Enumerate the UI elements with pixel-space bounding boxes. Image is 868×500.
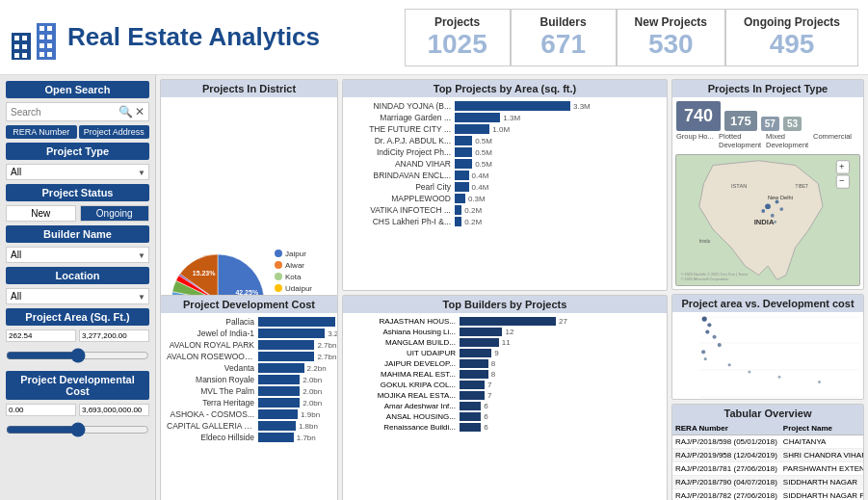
tabular-inner: RERA Number Project Name RAJ/P/2018/598 … (672, 422, 863, 500)
svg-rect-3 (22, 36, 27, 40)
builder-label: MOJIKA REAL ESTA... (349, 391, 460, 400)
type-box-1: 175 (724, 111, 757, 131)
bar-value: 0.5M (475, 137, 492, 145)
project-type-select-wrap: All (6, 164, 149, 180)
bar-wrap: 2.2bn (258, 363, 331, 373)
bar-label: Marriage Garden ... (349, 113, 455, 122)
table-row: RAJ/P/2018/790 (04/07/2018) SIDDHARTH NA… (672, 476, 863, 489)
type-label-2: Mixed Development (766, 132, 809, 149)
bar-row: Eldeco Hillside1.7bn (167, 433, 331, 442)
bar (455, 182, 469, 192)
svg-rect-14 (39, 52, 44, 57)
builder-label: Renaissance Buildi... (349, 423, 460, 432)
stat-builders-label: Builders (529, 15, 598, 29)
bar-row: Pearl City0.4M (349, 182, 661, 192)
project-area-label: Project Area (Sq. Ft.) (6, 308, 149, 326)
builder-value: 12 (502, 328, 513, 336)
bar-value: 2.7bn (317, 353, 336, 361)
bar-row: AVALON ROYAL PARK2.7bn (167, 340, 331, 350)
bar-wrap: 0.4M (455, 171, 661, 180)
table-row: RAJ/P/2018/598 (05/01/2018) CHAITANYA AB… (672, 435, 863, 449)
search-icon[interactable]: 🔍 (118, 105, 133, 118)
location-select[interactable]: All (6, 288, 149, 304)
builder-bar-row: MAHIMA REAL EST...8 (349, 370, 661, 379)
bar-label: CHS Lakheri Ph-I &... (349, 217, 455, 226)
tab-rera-number[interactable]: RERA Number (6, 125, 77, 139)
bar-label: VATIKA INFOTECH ... (349, 205, 455, 215)
svg-rect-10 (39, 35, 44, 39)
project-type-title: Projects In Project Type (672, 80, 863, 97)
bar-label: Pearl City (349, 182, 455, 192)
type-labels-row: Group Ho... Plotted Development Mixed De… (672, 131, 863, 151)
status-ongoing-btn[interactable]: Ongoing (80, 205, 150, 222)
rera-cell: RAJ/P/2018/790 (04/07/2018) (672, 476, 780, 489)
svg-rect-8 (39, 26, 44, 31)
bar-value: 2.0bn (302, 387, 322, 396)
open-search-label: Open Search (6, 81, 149, 98)
rera-cell: RAJ/P/2018/598 (05/01/2018) (672, 435, 780, 449)
stat-builders: Builders 671 (511, 9, 617, 66)
project-type-select[interactable]: All (6, 164, 149, 180)
svg-text:hindu: hindu (699, 239, 711, 244)
bar-row: Pallacia3.7bn (167, 317, 331, 327)
bar-label: MVL The Palm (167, 386, 258, 396)
close-icon[interactable]: ✕ (135, 105, 145, 118)
col-project: Project Name (780, 422, 863, 435)
table-row: RAJ/P/2018/782 (27/06/2018) SIDDHARTH NA… (672, 489, 863, 501)
bar (258, 340, 314, 350)
bar-value: 1.3M (503, 114, 520, 122)
bar-wrap: 0.2M (455, 217, 661, 226)
top-builders-panel: Top Builders by Projects RAJASTHAN HOUS.… (342, 295, 668, 500)
project-status-label: Project Status (6, 184, 149, 201)
svg-text:TIBET: TIBET (796, 184, 809, 189)
bar-row: VATIKA INFOTECH ...0.2M (349, 205, 661, 215)
cost-min-input[interactable] (6, 404, 76, 416)
status-new-btn[interactable]: New (6, 205, 76, 222)
search-input[interactable] (11, 107, 118, 118)
builder-label: UIT UDAIPUR (349, 349, 460, 357)
dev-cost-panel: Project Development Cost Pallacia3.7bnJe… (160, 295, 338, 500)
bar (455, 217, 461, 226)
stat-projects-value: 1025 (423, 29, 492, 60)
builder-name-label: Builder Name (6, 225, 149, 243)
type-box-3: 53 (783, 117, 802, 131)
builder-name-select[interactable]: All (6, 247, 149, 263)
table-body: RAJ/P/2018/598 (05/01/2018) CHAITANYA AB… (672, 435, 863, 501)
tab-project-address[interactable]: Project Address (79, 125, 150, 139)
bar-wrap: 1.0M (455, 124, 661, 134)
bar (455, 124, 489, 134)
type-box-0: 740 (676, 101, 721, 131)
svg-rect-12 (39, 43, 44, 48)
data-table: RERA Number Project Name RAJ/P/2018/598 … (672, 422, 863, 500)
builder-bar (460, 317, 556, 326)
bar-row: NINDAD YOJNA (B...3.3M (349, 101, 661, 111)
cost-slider[interactable] (6, 422, 149, 437)
area-slider[interactable] (6, 348, 149, 363)
bar-row: CHS Lakheri Ph-I &...0.2M (349, 217, 661, 226)
builder-bar (460, 391, 485, 400)
search-box[interactable]: 🔍 ✕ (6, 102, 149, 121)
bar-value: 3.3M (573, 102, 591, 111)
bar (455, 159, 472, 169)
bar-wrap: 0.4M (455, 182, 661, 192)
rera-cell: RAJ/P/2018/781 (27/06/2018) (672, 462, 780, 476)
bar-wrap: 2.7bn (258, 352, 336, 361)
bar-wrap: 2.0bn (258, 375, 331, 384)
builder-value: 9 (491, 349, 498, 357)
stat-new-projects: New Projects 530 (617, 9, 725, 66)
right-column: Projects In Project Type 740 175 57 53 G… (671, 79, 864, 500)
bar-wrap: 0.2M (455, 205, 661, 215)
bar-value: 1.0M (492, 125, 510, 134)
area-max-input[interactable] (79, 329, 149, 342)
bar (258, 352, 314, 361)
area-min-input[interactable] (6, 329, 76, 342)
cost-max-input[interactable] (79, 404, 149, 416)
builder-value: 8 (488, 359, 495, 368)
bar-value: 2.0bn (302, 376, 322, 384)
district-panel-title: Projects In District (161, 80, 337, 97)
bar-value: 2.2bn (307, 364, 327, 373)
type-box-2: 57 (761, 117, 779, 131)
sidebar: Open Search 🔍 ✕ RERA Number Project Addr… (0, 75, 156, 500)
svg-point-29 (771, 214, 775, 218)
india-map: INDIA ISTAN TIBET hindu New Delhi (675, 154, 860, 286)
